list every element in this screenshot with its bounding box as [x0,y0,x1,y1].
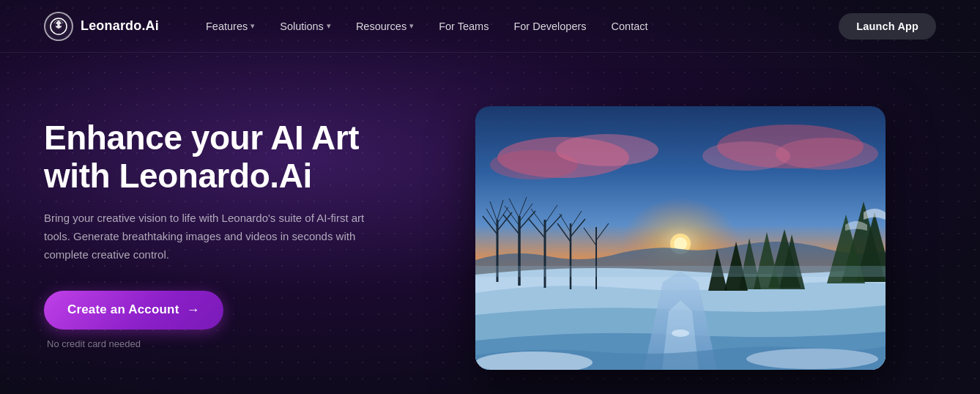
create-account-button[interactable]: Create an Account → [44,291,223,330]
nav-item-for-developers[interactable]: For Developers [503,16,596,37]
nav-item-for-teams[interactable]: For Teams [428,16,499,37]
logo-icon [44,12,73,41]
nav-item-solutions[interactable]: Solutions ▾ [270,16,341,37]
cta-wrapper: Create an Account → No credit card neede… [44,291,396,349]
hero-image [475,106,886,370]
svg-point-51 [672,330,689,337]
right-panel [425,99,936,370]
svg-point-12 [702,141,790,171]
chevron-down-icon: ▾ [250,21,255,31]
no-credit-label: No credit card needed [44,338,141,349]
arrow-right-icon: → [186,302,199,318]
svg-point-2 [60,23,62,26]
brand-name: Leonardo.Ai [81,18,159,34]
logo-area[interactable]: Leonardo.Ai [44,12,159,41]
page-wrapper: Leonardo.Ai Features ▾ Solutions ▾ Resou… [0,0,980,394]
svg-rect-52 [475,266,886,277]
logo-svg [49,17,68,36]
launch-app-button[interactable]: Launch App [839,13,936,40]
nav-item-features[interactable]: Features ▾ [196,16,265,37]
navbar: Leonardo.Ai Features ▾ Solutions ▾ Resou… [0,0,980,53]
main-content: Enhance your AI Art with Leonardo.Ai Bri… [0,53,980,394]
nav-links: Features ▾ Solutions ▾ Resources ▾ For T… [196,16,839,37]
left-panel: Enhance your AI Art with Leonardo.Ai Bri… [44,119,425,349]
hero-description: Bring your creative vision to life with … [44,209,366,264]
hero-image-container [475,106,886,370]
svg-point-11 [776,138,878,170]
svg-point-9 [556,134,658,166]
nav-item-contact[interactable]: Contact [601,16,658,37]
svg-point-50 [746,349,878,369]
chevron-down-icon: ▾ [409,21,414,31]
nav-item-resources[interactable]: Resources ▾ [346,16,424,37]
chevron-down-icon: ▾ [327,21,331,31]
hero-title: Enhance your AI Art with Leonardo.Ai [44,119,396,195]
svg-point-1 [56,23,58,26]
